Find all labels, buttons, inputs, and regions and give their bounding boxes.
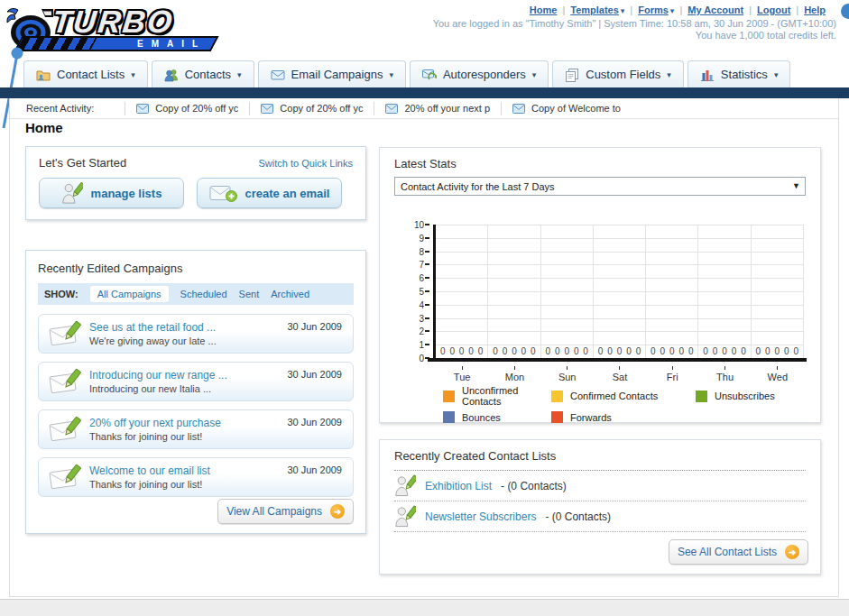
recent-activity-item[interactable]: Copy of 20% off yc: [249, 102, 374, 115]
y-axis-tick: [425, 263, 429, 265]
custom-fields-icon: [565, 68, 579, 82]
tab-contacts[interactable]: Contacts ▾: [152, 60, 254, 87]
recent-activity-item[interactable]: Copy of Welcome to: [501, 102, 632, 115]
top-link-templates[interactable]: Templates: [570, 5, 619, 15]
create-email-button[interactable]: create an email: [197, 178, 342, 208]
email-campaigns-icon: [271, 68, 285, 82]
value-label: 0: [598, 346, 604, 356]
y-axis-label: 6: [397, 273, 424, 283]
contact-list-name-link[interactable]: Exhibition List: [425, 480, 492, 492]
y-axis-label: 10: [397, 220, 424, 230]
logo-word-turbo: TURBO: [51, 4, 176, 40]
legend-label: Unsubscribes: [715, 391, 775, 401]
recent-activity-item[interactable]: 20% off your next p: [374, 102, 501, 115]
campaign-item[interactable]: Introducing our new range ... Introducin…: [38, 362, 354, 401]
contact-lists-icon: [36, 68, 51, 82]
value-label: 0: [775, 346, 780, 356]
contact-activity-chart: 109876543210 000000000000000000000000000…: [394, 225, 806, 405]
chart-y-axis: 109876543210: [394, 225, 432, 358]
help-bubble-icon[interactable]: [841, 4, 849, 19]
y-axis-label: 1: [397, 340, 424, 350]
envelope-icon: [261, 104, 273, 114]
value-label: 0: [765, 346, 771, 356]
chevron-down-icon: ▾: [532, 70, 537, 79]
x-axis-label: Thu: [698, 366, 751, 382]
turbo-email-logo: TURBO EMAIL: [5, 2, 231, 58]
chevron-down-icon: ▾: [237, 70, 242, 79]
top-link-logout[interactable]: Logout: [757, 5, 790, 15]
contact-list-count: - (0 Contacts): [545, 510, 611, 523]
y-axis-label: 5: [397, 287, 424, 297]
campaign-subtitle: Introducing our new Italia ...: [89, 383, 227, 394]
stats-period-select[interactable]: Contact Activity for the Last 7 Days ▼: [394, 177, 806, 196]
chart-day-group: 00000: [698, 225, 751, 358]
chevron-down-icon: ▾: [774, 70, 779, 79]
filter-sent[interactable]: Sent: [239, 289, 260, 299]
filter-archived[interactable]: Archived: [271, 289, 309, 299]
chart-x-axis-line: [428, 358, 807, 362]
view-all-campaigns-button[interactable]: View All Campaigns ➜: [217, 499, 354, 524]
value-label: 0: [478, 346, 484, 356]
value-labels: 00000: [541, 346, 593, 356]
value-label: 0: [703, 346, 708, 356]
filter-scheduled[interactable]: Scheduled: [180, 289, 227, 299]
chevron-down-icon: ▾: [131, 70, 135, 79]
recent-activity-bar: Recent Activity: Copy of 20% off yc Copy…: [10, 98, 838, 119]
legend-swatch: [443, 391, 455, 402]
top-link-my-account[interactable]: My Account: [688, 5, 743, 15]
campaign-subtitle: We're giving away our late ...: [89, 336, 217, 346]
tab-contact-lists[interactable]: Contact Lists ▾: [23, 60, 148, 87]
value-label: 0: [512, 346, 517, 356]
value-label: 0: [626, 346, 632, 356]
value-label: 0: [564, 346, 569, 356]
value-labels: 00000: [436, 346, 487, 356]
navy-divider-bar: [0, 87, 849, 98]
envelope-icon: [512, 104, 525, 114]
campaign-title-link[interactable]: Introducing our new range ...: [89, 369, 227, 382]
x-axis-label: Sun: [541, 366, 594, 382]
y-axis-tick: [425, 237, 429, 239]
campaign-subtitle: Thanks for joining our list!: [89, 431, 221, 442]
value-label: 0: [449, 346, 455, 356]
top-link-home[interactable]: Home: [530, 5, 558, 15]
tab-email-campaigns[interactable]: Email Campaigns ▾: [258, 60, 406, 87]
manage-lists-button[interactable]: manage lists: [39, 178, 184, 208]
arrow-forward-icon: ➜: [330, 504, 345, 519]
y-axis-label: 8: [397, 247, 424, 257]
campaign-title-link[interactable]: Welcome to our email list: [89, 464, 210, 477]
tab-statistics[interactable]: Statistics ▾: [688, 60, 791, 87]
top-link-forms[interactable]: Forms: [638, 5, 669, 15]
tab-autoresponders[interactable]: Autoresponders ▾: [410, 60, 549, 87]
tab-custom-fields[interactable]: Custom Fields ▾: [552, 60, 684, 87]
campaign-item[interactable]: See us at the retail food ... We're givi…: [38, 314, 354, 354]
switch-quick-links[interactable]: Switch to Quick Links: [258, 158, 353, 169]
value-label: 0: [607, 346, 613, 356]
chart-x-axis: TueMonSunSatFriThuWed: [436, 366, 804, 382]
value-label: 0: [636, 346, 641, 356]
campaign-title-link[interactable]: See us at the retail food ...: [89, 321, 217, 334]
campaign-title-link[interactable]: 20% off your next purchase: [89, 417, 221, 429]
contact-list-name-link[interactable]: Newsletter Subscribers: [425, 510, 536, 523]
recent-activity-item[interactable]: Copy of 20% off yc: [125, 102, 249, 115]
legend-swatch: [551, 391, 563, 402]
envelope-pencil-icon: [48, 367, 82, 396]
filter-all-campaigns[interactable]: All Campaigns: [90, 286, 169, 302]
page-title: Home: [25, 120, 63, 135]
recent-contact-lists-panel: Recently Created Contact Lists Exhibitio…: [379, 439, 821, 575]
x-axis-label: Mon: [488, 366, 540, 382]
chart-legend: Unconfirmed ContactsConfirmed ContactsUn…: [443, 385, 775, 423]
value-label: 0: [784, 346, 789, 356]
contact-list-item[interactable]: Newsletter Subscribers - (0 Contacts): [394, 501, 806, 532]
campaign-item[interactable]: 20% off your next purchase Thanks for jo…: [38, 409, 354, 449]
legend-swatch: [443, 411, 455, 423]
campaign-item[interactable]: Welcome to our email list Thanks for joi…: [38, 457, 354, 497]
see-all-contact-lists-button[interactable]: See All Contact Lists ➜: [669, 539, 808, 565]
legend-label: Bounces: [462, 412, 501, 423]
chart-plot-area: 00000000000000000000000000000000000: [436, 225, 804, 358]
top-link-help[interactable]: Help: [804, 5, 826, 15]
value-label: 0: [468, 346, 474, 356]
contact-list-item[interactable]: Exhibition List - (0 Contacts): [394, 471, 806, 501]
campaign-filter-bar: SHOW: All Campaigns Scheduled Sent Archi…: [38, 283, 354, 305]
turbo-email-dashboard: TURBO EMAIL Home|Templates▾|Forms▾|My Ac…: [0, 0, 849, 616]
y-axis-tick: [425, 251, 429, 253]
